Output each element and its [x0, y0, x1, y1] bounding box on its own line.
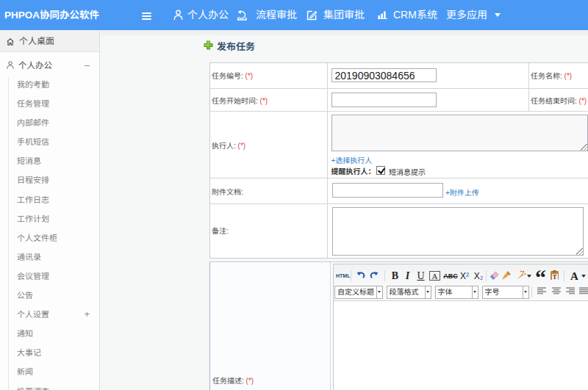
- svg-text:T: T: [553, 274, 557, 281]
